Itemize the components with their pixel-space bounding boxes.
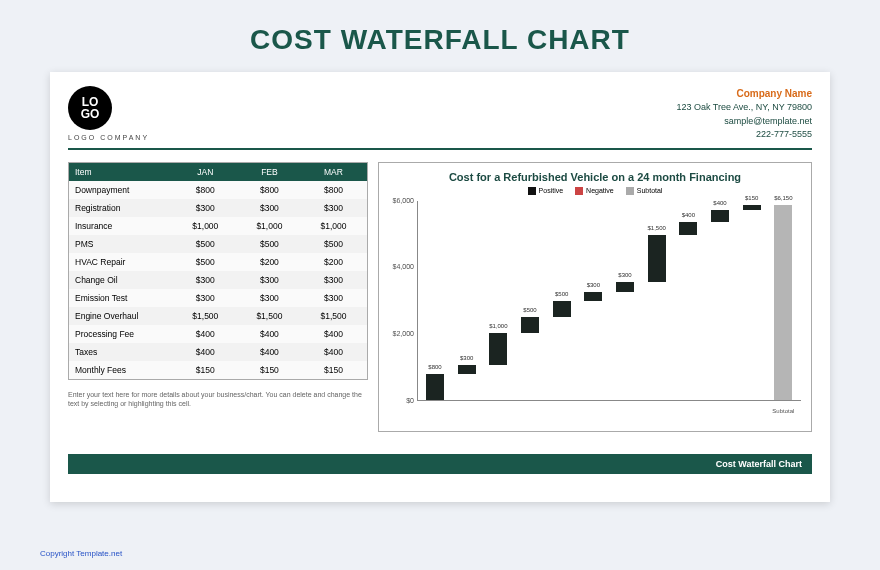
left-column: Item JAN FEB MAR Downpayment$800$800$800… [68,162,368,432]
bar-positive: $1,500 [648,235,666,283]
table-row[interactable]: PMS$500$500$500 [69,235,367,253]
note-text[interactable]: Enter your text here for more details ab… [68,390,368,410]
cell-value: $800 [173,181,237,199]
col-header-item: Item [69,163,173,181]
cell-value: $400 [173,343,237,361]
bar-positive: $500 [553,301,571,317]
bar-subtotal: $6,150Subtotal [774,205,792,400]
cell-value: $300 [301,289,365,307]
company-phone: 222-777-5555 [676,128,812,142]
cell-value: $300 [237,199,301,217]
legend-subtotal: Subtotal [626,187,663,195]
table-row[interactable]: Change Oil$300$300$300 [69,271,367,289]
cell-item: Change Oil [69,271,173,289]
x-tick-label: Subtotal [768,408,798,414]
table-row[interactable]: Registration$300$300$300 [69,199,367,217]
cell-value: $1,000 [173,217,237,235]
legend-swatch-subtotal [626,187,634,195]
bar-positive: $300 [616,282,634,292]
bar-positive: $800 [426,374,444,399]
bar-positive: $150 [743,205,761,210]
table-row[interactable]: Monthly Fees$150$150$150 [69,361,367,379]
bar-positive: $400 [679,222,697,235]
y-tick: $2,000 [390,329,414,336]
cell-value: $400 [237,343,301,361]
bar-label: $150 [737,195,767,201]
cell-item: Insurance [69,217,173,235]
cell-value: $400 [237,325,301,343]
cost-table: Item JAN FEB MAR Downpayment$800$800$800… [68,162,368,380]
cell-item: PMS [69,235,173,253]
cell-value: $300 [237,289,301,307]
cell-item: HVAC Repair [69,253,173,271]
cell-item: Registration [69,199,173,217]
company-block: Company Name 123 Oak Tree Ave., NY, NY 7… [676,86,812,142]
cell-value: $150 [237,361,301,379]
chart-title: Cost for a Refurbished Vehicle on a 24 m… [389,171,801,183]
bar-label: $300 [452,355,482,361]
cell-value: $150 [173,361,237,379]
col-header-jan: JAN [173,163,237,181]
bar-label: $400 [673,212,703,218]
y-tick: $0 [390,396,414,403]
cell-value: $150 [301,361,365,379]
logo-text-line2: GO [81,108,100,120]
col-header-mar: MAR [301,163,365,181]
table-row[interactable]: Emission Test$300$300$300 [69,289,367,307]
waterfall-chart: Cost for a Refurbished Vehicle on a 24 m… [378,162,812,432]
bar-label: $1,000 [483,323,513,329]
cell-value: $300 [173,199,237,217]
bar-label: $300 [610,272,640,278]
cell-item: Emission Test [69,289,173,307]
bar-label: $6,150 [768,195,798,201]
footer-bar: Cost Waterfall Chart [68,454,812,474]
table-row[interactable]: Processing Fee$400$400$400 [69,325,367,343]
cell-value: $1,000 [237,217,301,235]
cell-value: $400 [173,325,237,343]
cell-value: $800 [301,181,365,199]
bar-label: $500 [515,307,545,313]
cell-item: Downpayment [69,181,173,199]
legend-negative: Negative [575,187,614,195]
y-tick: $6,000 [390,196,414,203]
cell-value: $1,000 [301,217,365,235]
table-header-row: Item JAN FEB MAR [69,163,367,181]
cell-value: $500 [301,235,365,253]
cell-value: $400 [301,343,365,361]
bar-label: $300 [578,282,608,288]
cell-value: $800 [237,181,301,199]
cell-value: $300 [301,199,365,217]
logo-subtext: LOGO COMPANY [68,134,149,141]
y-tick: $4,000 [390,263,414,270]
cell-item: Processing Fee [69,325,173,343]
bar-positive: $300 [584,292,602,302]
cell-value: $500 [237,235,301,253]
cell-value: $300 [173,271,237,289]
table-row[interactable]: Downpayment$800$800$800 [69,181,367,199]
bar-positive: $400 [711,210,729,223]
col-header-feb: FEB [237,163,301,181]
cell-value: $400 [301,325,365,343]
bar-label: $1,500 [642,225,672,231]
page-title: COST WATERFALL CHART [250,24,630,56]
chart-plot-area: $0$2,000$4,000$6,000$800$300$1,000$500$5… [417,201,801,401]
logo-icon: LO GO [68,86,112,130]
table-row[interactable]: Insurance$1,000$1,000$1,000 [69,217,367,235]
header-divider [68,148,812,150]
copyright-link[interactable]: Copyright Template.net [40,549,122,558]
bar-positive: $500 [521,317,539,333]
chart-legend: Positive Negative Subtotal [389,187,801,195]
cell-value: $1,500 [173,307,237,325]
sheet-header: LO GO LOGO COMPANY Company Name 123 Oak … [68,86,812,142]
table-row[interactable]: HVAC Repair$500$200$200 [69,253,367,271]
cell-value: $500 [173,235,237,253]
cell-value: $300 [301,271,365,289]
table-row[interactable]: Taxes$400$400$400 [69,343,367,361]
cell-item: Taxes [69,343,173,361]
legend-label-subtotal: Subtotal [637,187,663,194]
legend-label-positive: Positive [539,187,564,194]
legend-swatch-positive [528,187,536,195]
cell-value: $200 [237,253,301,271]
table-row[interactable]: Engine Overhaul$1,500$1,500$1,500 [69,307,367,325]
legend-positive: Positive [528,187,564,195]
